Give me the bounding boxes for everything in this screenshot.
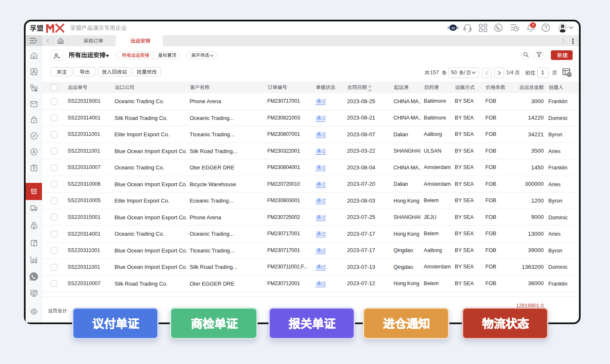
svg-text:AI: AI <box>451 26 455 30</box>
svg-text:7: 7 <box>532 23 534 27</box>
